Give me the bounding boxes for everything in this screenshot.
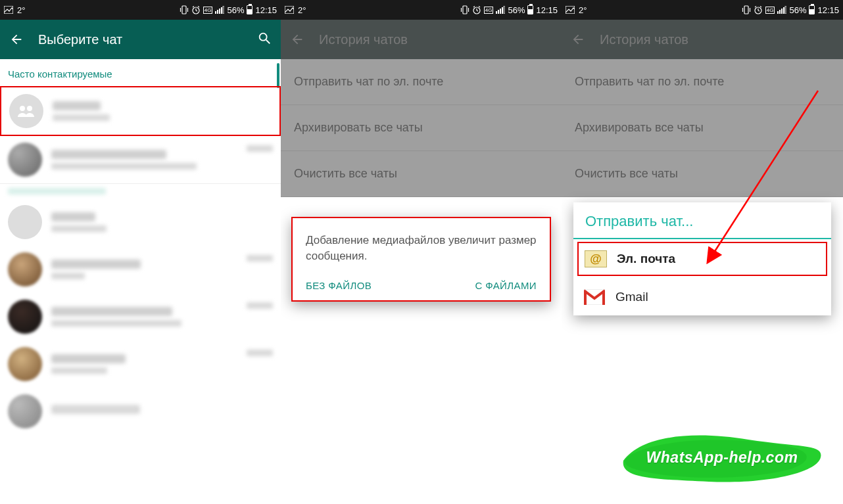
svg-rect-12 bbox=[221, 7, 222, 14]
picture-icon bbox=[4, 6, 13, 14]
page-title: История чатов bbox=[319, 32, 552, 47]
search-icon[interactable] bbox=[257, 31, 272, 48]
alarm-icon bbox=[472, 5, 481, 14]
back-icon[interactable] bbox=[571, 32, 585, 47]
share-dialog: Отправить чат... @ Эл. почта Gmail bbox=[573, 202, 831, 315]
svg-rect-41 bbox=[777, 11, 779, 14]
chat-row[interactable] bbox=[0, 86, 281, 136]
btn-without-files[interactable]: БЕЗ ФАЙЛОВ bbox=[306, 280, 372, 291]
avatar bbox=[8, 300, 42, 334]
chat-row[interactable] bbox=[0, 136, 281, 183]
options-list: Отправить чат по эл. почте Архивировать … bbox=[281, 59, 562, 197]
section-frequently-contacted: Часто контактируемые bbox=[0, 59, 281, 86]
status-temp: 2° bbox=[17, 5, 25, 15]
avatar bbox=[8, 143, 42, 177]
svg-point-17 bbox=[27, 106, 32, 111]
status-bar: 2° 4G 56% 12:15 bbox=[281, 0, 562, 20]
svg-rect-30 bbox=[502, 7, 503, 14]
vibrate-icon bbox=[180, 5, 189, 14]
option-archive-all[interactable]: Архивировать все чаты bbox=[562, 105, 843, 151]
svg-rect-10 bbox=[217, 10, 218, 14]
battery-pct: 56% bbox=[789, 5, 806, 15]
mail-icon: @ bbox=[584, 247, 608, 271]
svg-rect-43 bbox=[781, 9, 783, 14]
svg-line-8 bbox=[198, 7, 199, 8]
svg-line-40 bbox=[760, 7, 761, 8]
option-email-chat[interactable]: Отправить чат по эл. почте bbox=[562, 59, 843, 105]
chat-row[interactable] bbox=[0, 293, 281, 340]
svg-rect-45 bbox=[785, 6, 786, 14]
alarm-icon bbox=[191, 5, 201, 14]
svg-line-38 bbox=[758, 11, 759, 11]
battery-pct: 56% bbox=[227, 5, 244, 15]
svg-point-14 bbox=[260, 34, 267, 41]
avatar bbox=[8, 394, 42, 428]
svg-rect-11 bbox=[219, 9, 220, 14]
battery-icon bbox=[247, 5, 253, 14]
app-bar: Выберите чат bbox=[0, 20, 281, 59]
avatar-group-icon bbox=[9, 94, 43, 128]
svg-line-15 bbox=[266, 40, 270, 44]
app-bar: История чатов bbox=[562, 20, 843, 59]
vibrate-icon bbox=[460, 5, 470, 14]
status-time: 12:15 bbox=[817, 5, 839, 15]
avatar bbox=[8, 205, 42, 239]
status-temp: 2° bbox=[579, 5, 587, 15]
avatar bbox=[8, 252, 42, 286]
chat-row[interactable] bbox=[0, 388, 281, 435]
chat-row[interactable] bbox=[0, 340, 281, 388]
svg-rect-28 bbox=[498, 10, 499, 14]
share-option-gmail[interactable]: Gmail bbox=[573, 279, 831, 315]
svg-rect-42 bbox=[779, 10, 781, 14]
network-type: 4G bbox=[203, 7, 213, 14]
share-dialog-title: Отправить чат... bbox=[573, 202, 831, 239]
battery-icon bbox=[809, 5, 815, 14]
picture-icon bbox=[566, 6, 575, 14]
svg-rect-1 bbox=[182, 6, 186, 14]
svg-point-16 bbox=[20, 106, 25, 111]
svg-line-7 bbox=[193, 7, 194, 8]
network-type: 4G bbox=[765, 7, 775, 14]
chat-row[interactable] bbox=[0, 198, 281, 246]
status-time: 12:15 bbox=[536, 5, 558, 15]
btn-with-files[interactable]: С ФАЙЛАМИ bbox=[475, 280, 537, 291]
svg-rect-13 bbox=[223, 6, 224, 14]
svg-rect-32 bbox=[566, 6, 575, 14]
svg-rect-48 bbox=[584, 290, 587, 305]
svg-line-24 bbox=[477, 11, 478, 11]
back-icon[interactable] bbox=[9, 32, 24, 47]
option-clear-all[interactable]: Очистить все чаты bbox=[562, 151, 843, 197]
svg-line-26 bbox=[479, 7, 480, 8]
chat-row[interactable] bbox=[0, 246, 281, 293]
share-option-email[interactable]: @ Эл. почта bbox=[577, 242, 827, 276]
svg-rect-27 bbox=[496, 11, 497, 14]
panel-select-chat: 2° 4G 56% 12:15 Выберите чат Часто конта… bbox=[0, 0, 281, 504]
svg-rect-29 bbox=[500, 9, 501, 14]
scrollbar[interactable] bbox=[277, 63, 279, 88]
svg-rect-0 bbox=[4, 6, 13, 14]
network-type: 4G bbox=[484, 7, 494, 14]
svg-rect-49 bbox=[602, 290, 605, 305]
svg-rect-19 bbox=[463, 6, 467, 14]
svg-rect-44 bbox=[783, 7, 784, 14]
svg-line-6 bbox=[196, 11, 197, 11]
panel-chat-history-share: 2° 4G 56% 12:15 История чатов Отправить … bbox=[562, 0, 843, 504]
picture-icon bbox=[285, 6, 294, 14]
back-icon[interactable] bbox=[290, 32, 304, 47]
signal-icon bbox=[777, 6, 786, 14]
gmail-icon bbox=[583, 285, 606, 309]
share-option-label: Gmail bbox=[615, 290, 648, 304]
option-archive-all[interactable]: Архивировать все чаты bbox=[281, 105, 562, 151]
option-clear-all[interactable]: Очистить все чаты bbox=[281, 151, 562, 197]
svg-rect-9 bbox=[215, 11, 216, 14]
status-bar: 2° 4G 56% 12:15 bbox=[562, 0, 843, 20]
option-email-chat[interactable]: Отправить чат по эл. почте bbox=[281, 59, 562, 105]
status-temp: 2° bbox=[298, 5, 306, 15]
signal-icon bbox=[215, 6, 224, 14]
status-time: 12:15 bbox=[255, 5, 277, 15]
vibrate-icon bbox=[742, 5, 751, 14]
svg-rect-33 bbox=[744, 6, 748, 14]
battery-pct: 56% bbox=[508, 5, 525, 15]
battery-icon bbox=[527, 5, 533, 14]
page-title: История чатов bbox=[600, 32, 834, 47]
